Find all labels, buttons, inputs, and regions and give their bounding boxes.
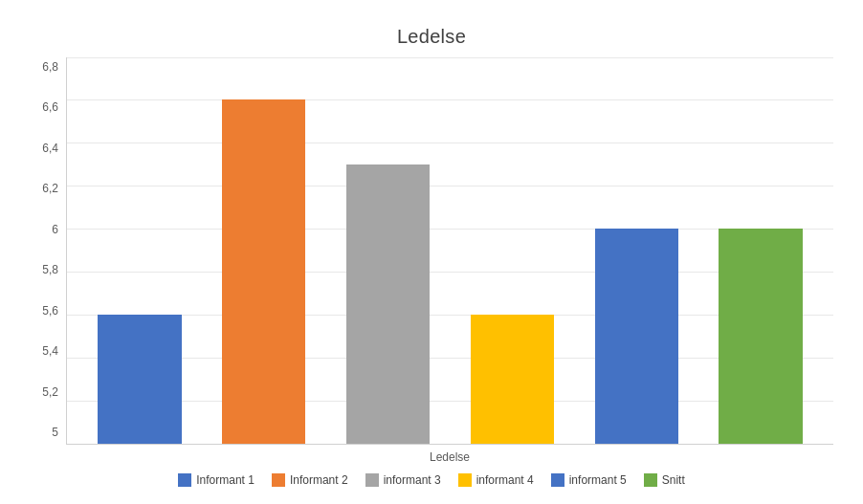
bar-group: [458, 57, 565, 444]
y-axis-label: 6,8: [42, 61, 58, 73]
legend-color-box: [272, 473, 285, 487]
y-axis: 6,86,66,46,265,85,65,45,25: [30, 57, 66, 468]
y-axis-label: 5,8: [42, 264, 58, 275]
legend-color-box: [178, 473, 191, 487]
legend-label: informant 3: [384, 473, 441, 487]
x-axis-label: Ledelse: [66, 445, 833, 468]
legend-color-box: [644, 473, 657, 487]
legend-label: informant 4: [476, 473, 534, 487]
chart-container: Ledelse 6,86,66,46,265,85,65,45,25 Ledel…: [11, 9, 852, 496]
bar: [719, 229, 802, 443]
y-axis-label: 5,2: [42, 386, 58, 398]
legend-label: Snitt: [662, 473, 685, 487]
y-axis-label: 5,4: [42, 345, 58, 357]
bar: [471, 315, 554, 444]
y-axis-label: 6,4: [42, 142, 58, 154]
bar-group: [707, 57, 814, 444]
y-axis-label: 5: [52, 427, 58, 438]
bar-group: [583, 57, 690, 444]
legend-label: Informant 2: [290, 473, 348, 487]
bar: [346, 164, 430, 444]
bar: [98, 315, 181, 444]
legend-item: informant 3: [365, 473, 441, 487]
legend: Informant 1Informant 2informant 3informa…: [178, 473, 685, 487]
bar-group: [335, 57, 442, 444]
bar-group: [210, 57, 318, 444]
legend-item: Snitt: [644, 473, 685, 487]
legend-item: Informant 1: [178, 473, 254, 487]
legend-item: Informant 2: [272, 473, 348, 487]
legend-item: informant 5: [551, 473, 627, 487]
legend-label: Informant 1: [196, 473, 254, 487]
y-axis-label: 5,6: [42, 305, 58, 317]
legend-color-box: [458, 473, 472, 487]
chart-title: Ledelse: [397, 26, 466, 48]
grid-and-bars: [66, 57, 833, 445]
y-axis-label: 6,2: [42, 183, 58, 194]
bars-row: [67, 57, 833, 444]
legend-item: informant 4: [458, 473, 534, 487]
bar: [222, 99, 305, 443]
legend-label: informant 5: [569, 473, 627, 487]
legend-color-box: [365, 473, 379, 487]
y-axis-label: 6: [52, 224, 58, 235]
bar: [595, 229, 678, 443]
plot-area: Ledelse: [66, 57, 833, 468]
legend-color-box: [551, 473, 564, 487]
bar-group: [86, 57, 193, 444]
y-axis-label: 6,6: [42, 101, 58, 113]
chart-area: 6,86,66,46,265,85,65,45,25 Ledelse: [30, 57, 833, 468]
